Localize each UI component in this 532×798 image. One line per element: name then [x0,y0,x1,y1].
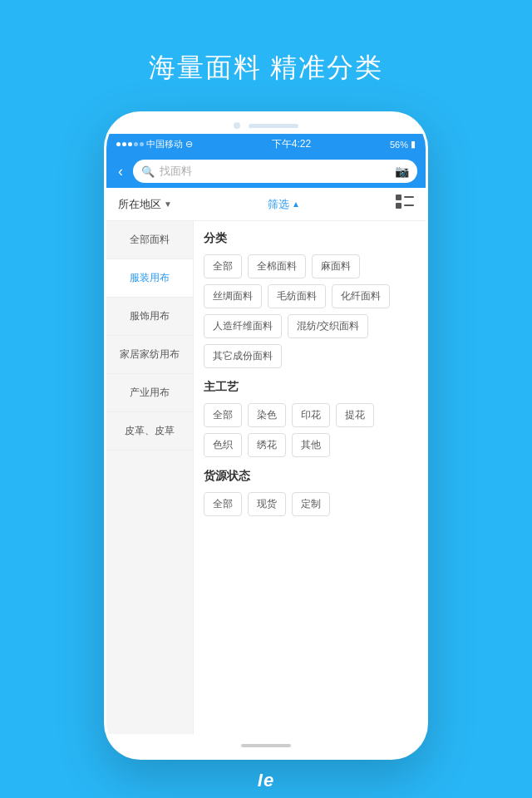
tag-all-2[interactable]: 全部 [204,403,242,427]
svg-rect-1 [396,203,401,209]
sidebar-item-industrial[interactable]: 产业用布 [106,374,193,412]
tag-all-3[interactable]: 全部 [204,492,242,516]
tag-jacquard[interactable]: 提花 [336,403,374,427]
sidebar-item-clothing[interactable]: 服装用布 [106,259,193,298]
bottom-bar [106,734,426,757]
bottom-brand-text: Ie [258,770,274,791]
tag-wool[interactable]: 毛纺面料 [268,284,326,308]
status-right: 56% ▮ [390,139,416,150]
section-title-category: 分类 [204,231,416,246]
source-tags: 全部 现货 定制 [204,492,416,516]
tag-spot[interactable]: 现货 [248,492,286,516]
tag-silk[interactable]: 丝绸面料 [204,284,262,308]
status-bar: 中国移动 ⊖ 下午4:22 56% ▮ [106,134,426,155]
region-arrow-icon: ▼ [164,200,172,209]
phone-dot [234,122,240,129]
tag-rayon[interactable]: 人造纤维面料 [204,314,282,338]
search-icon: 🔍 [141,165,155,178]
category-tags: 全部 全棉面料 麻面料 丝绸面料 毛纺面料 化纤面料 人造纤维面料 混纺/交织面… [204,254,416,368]
right-panel: 分类 全部 全棉面料 麻面料 丝绸面料 毛纺面料 化纤面料 人造纤维面料 混纺/… [194,221,426,760]
svg-rect-3 [404,204,414,206]
camera-icon[interactable]: 📷 [395,165,409,178]
tag-yarn-dyed[interactable]: 色织 [204,433,242,457]
tag-embroidery[interactable]: 绣花 [248,433,286,457]
search-placeholder-text: 找面料 [160,164,390,179]
battery-icon: ▮ [411,139,416,150]
svg-rect-0 [396,195,401,200]
sidebar-item-all-fabric[interactable]: 全部面料 [106,221,193,259]
craft-tags: 全部 染色 印花 提花 色织 绣花 其他 [204,403,416,457]
wifi-icon: ⊖ [185,139,193,150]
tag-printing[interactable]: 印花 [292,403,330,427]
content-area: 全部面料 服装用布 服饰用布 家居家纺用布 产业用布 皮革、皮草 分类 全部 全… [106,221,426,760]
signal-dot-3 [128,142,132,146]
tag-all-1[interactable]: 全部 [204,254,242,278]
back-button[interactable]: ‹ [115,163,126,180]
tag-custom[interactable]: 定制 [292,492,330,516]
tag-cotton[interactable]: 全棉面料 [248,254,306,278]
search-bar[interactable]: 🔍 找面料 📷 [133,160,417,183]
layout-toggle-icon[interactable] [396,195,414,214]
region-label: 所在地区 [118,197,161,212]
battery-percent: 56% [390,140,408,150]
signal-dot-5 [140,142,144,146]
carrier-label: 中国移动 [146,138,183,150]
sidebar-item-accessories[interactable]: 服饰用布 [106,298,193,336]
sidebar-item-leather[interactable]: 皮革、皮草 [106,412,193,451]
nav-bar: ‹ 🔍 找面料 📷 [106,155,426,188]
signal-dot-1 [116,142,121,146]
phone-frame: 中国移动 ⊖ 下午4:22 56% ▮ ‹ 🔍 找面料 📷 所在地区 ▼ [104,111,428,760]
signal-dot-2 [122,142,126,146]
status-left: 中国移动 ⊖ [116,138,193,150]
svg-rect-2 [404,196,414,198]
section-title-source: 货源状态 [204,469,416,484]
signal-dots [116,142,144,146]
tag-other-craft[interactable]: 其他 [292,433,330,457]
phone-wrapper: 中国移动 ⊖ 下午4:22 56% ▮ ‹ 🔍 找面料 📷 所在地区 ▼ [0,111,532,760]
tag-other-fabric[interactable]: 其它成份面料 [204,344,282,368]
filter-arrow-icon: ▲ [292,200,300,209]
home-indicator [241,744,291,747]
category-sidebar: 全部面料 服装用布 服饰用布 家居家纺用布 产业用布 皮革、皮草 [106,221,194,760]
region-filter[interactable]: 所在地区 ▼ [118,197,172,212]
phone-top [106,114,426,134]
phone-speaker [249,124,298,128]
status-time: 下午4:22 [272,137,311,151]
sidebar-item-home-textile[interactable]: 家居家纺用布 [106,336,193,374]
hero-title: 海量面料 精准分类 [0,0,532,111]
tag-blended[interactable]: 混纺/交织面料 [288,314,368,338]
tag-linen[interactable]: 麻面料 [312,254,360,278]
signal-dot-4 [134,142,138,146]
tag-dyeing[interactable]: 染色 [248,403,286,427]
filter-select[interactable]: 筛选 ▲ [268,197,300,212]
section-title-craft: 主工艺 [204,380,416,395]
filter-label: 筛选 [268,197,289,212]
filter-bar: 所在地区 ▼ 筛选 ▲ [106,188,426,221]
tag-synthetic[interactable]: 化纤面料 [332,284,390,308]
